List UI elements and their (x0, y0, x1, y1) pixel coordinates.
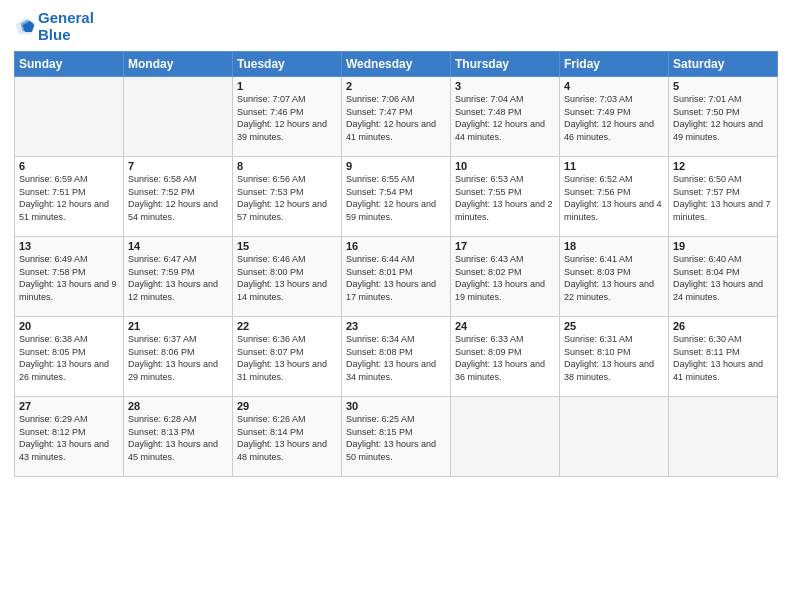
day-number: 30 (346, 400, 446, 412)
calendar-cell: 10Sunrise: 6:53 AM Sunset: 7:55 PM Dayli… (451, 157, 560, 237)
calendar-cell: 3Sunrise: 7:04 AM Sunset: 7:48 PM Daylig… (451, 77, 560, 157)
day-info: Sunrise: 6:49 AM Sunset: 7:58 PM Dayligh… (19, 253, 119, 303)
calendar-cell: 21Sunrise: 6:37 AM Sunset: 8:06 PM Dayli… (124, 317, 233, 397)
calendar-cell: 28Sunrise: 6:28 AM Sunset: 8:13 PM Dayli… (124, 397, 233, 477)
day-number: 18 (564, 240, 664, 252)
calendar-cell (669, 397, 778, 477)
calendar-cell (560, 397, 669, 477)
calendar-cell (15, 77, 124, 157)
day-info: Sunrise: 6:50 AM Sunset: 7:57 PM Dayligh… (673, 173, 773, 223)
calendar-week-row: 6Sunrise: 6:59 AM Sunset: 7:51 PM Daylig… (15, 157, 778, 237)
day-number: 24 (455, 320, 555, 332)
day-number: 6 (19, 160, 119, 172)
day-info: Sunrise: 6:58 AM Sunset: 7:52 PM Dayligh… (128, 173, 228, 223)
day-number: 5 (673, 80, 773, 92)
day-number: 8 (237, 160, 337, 172)
calendar-cell: 6Sunrise: 6:59 AM Sunset: 7:51 PM Daylig… (15, 157, 124, 237)
calendar-cell: 29Sunrise: 6:26 AM Sunset: 8:14 PM Dayli… (233, 397, 342, 477)
calendar-cell: 23Sunrise: 6:34 AM Sunset: 8:08 PM Dayli… (342, 317, 451, 397)
day-number: 7 (128, 160, 228, 172)
day-number: 21 (128, 320, 228, 332)
calendar-cell: 1Sunrise: 7:07 AM Sunset: 7:46 PM Daylig… (233, 77, 342, 157)
calendar-cell: 14Sunrise: 6:47 AM Sunset: 7:59 PM Dayli… (124, 237, 233, 317)
calendar-dow-wednesday: Wednesday (342, 52, 451, 77)
calendar-cell: 5Sunrise: 7:01 AM Sunset: 7:50 PM Daylig… (669, 77, 778, 157)
day-info: Sunrise: 7:07 AM Sunset: 7:46 PM Dayligh… (237, 93, 337, 143)
logo: General Blue (14, 10, 94, 43)
calendar-cell: 26Sunrise: 6:30 AM Sunset: 8:11 PM Dayli… (669, 317, 778, 397)
page: General Blue SundayMondayTuesdayWednesda… (0, 0, 792, 612)
day-info: Sunrise: 6:34 AM Sunset: 8:08 PM Dayligh… (346, 333, 446, 383)
day-info: Sunrise: 6:59 AM Sunset: 7:51 PM Dayligh… (19, 173, 119, 223)
day-info: Sunrise: 6:46 AM Sunset: 8:00 PM Dayligh… (237, 253, 337, 303)
calendar-cell: 12Sunrise: 6:50 AM Sunset: 7:57 PM Dayli… (669, 157, 778, 237)
calendar-cell: 15Sunrise: 6:46 AM Sunset: 8:00 PM Dayli… (233, 237, 342, 317)
day-info: Sunrise: 6:29 AM Sunset: 8:12 PM Dayligh… (19, 413, 119, 463)
day-info: Sunrise: 7:01 AM Sunset: 7:50 PM Dayligh… (673, 93, 773, 143)
calendar-cell (124, 77, 233, 157)
calendar-dow-thursday: Thursday (451, 52, 560, 77)
day-number: 14 (128, 240, 228, 252)
day-info: Sunrise: 6:25 AM Sunset: 8:15 PM Dayligh… (346, 413, 446, 463)
calendar-cell: 25Sunrise: 6:31 AM Sunset: 8:10 PM Dayli… (560, 317, 669, 397)
day-number: 12 (673, 160, 773, 172)
calendar-header-row: SundayMondayTuesdayWednesdayThursdayFrid… (15, 52, 778, 77)
day-info: Sunrise: 6:43 AM Sunset: 8:02 PM Dayligh… (455, 253, 555, 303)
calendar-week-row: 20Sunrise: 6:38 AM Sunset: 8:05 PM Dayli… (15, 317, 778, 397)
day-info: Sunrise: 6:52 AM Sunset: 7:56 PM Dayligh… (564, 173, 664, 223)
day-info: Sunrise: 6:41 AM Sunset: 8:03 PM Dayligh… (564, 253, 664, 303)
day-number: 9 (346, 160, 446, 172)
day-info: Sunrise: 6:28 AM Sunset: 8:13 PM Dayligh… (128, 413, 228, 463)
calendar-cell: 2Sunrise: 7:06 AM Sunset: 7:47 PM Daylig… (342, 77, 451, 157)
day-number: 27 (19, 400, 119, 412)
day-info: Sunrise: 7:06 AM Sunset: 7:47 PM Dayligh… (346, 93, 446, 143)
calendar-cell: 9Sunrise: 6:55 AM Sunset: 7:54 PM Daylig… (342, 157, 451, 237)
day-number: 16 (346, 240, 446, 252)
logo-text: General Blue (38, 10, 94, 43)
day-number: 22 (237, 320, 337, 332)
day-info: Sunrise: 6:44 AM Sunset: 8:01 PM Dayligh… (346, 253, 446, 303)
day-info: Sunrise: 6:37 AM Sunset: 8:06 PM Dayligh… (128, 333, 228, 383)
day-number: 2 (346, 80, 446, 92)
calendar-cell: 17Sunrise: 6:43 AM Sunset: 8:02 PM Dayli… (451, 237, 560, 317)
day-number: 1 (237, 80, 337, 92)
calendar-week-row: 13Sunrise: 6:49 AM Sunset: 7:58 PM Dayli… (15, 237, 778, 317)
calendar-dow-sunday: Sunday (15, 52, 124, 77)
calendar-dow-tuesday: Tuesday (233, 52, 342, 77)
day-number: 3 (455, 80, 555, 92)
day-number: 23 (346, 320, 446, 332)
calendar-cell: 16Sunrise: 6:44 AM Sunset: 8:01 PM Dayli… (342, 237, 451, 317)
calendar-dow-friday: Friday (560, 52, 669, 77)
calendar-table: SundayMondayTuesdayWednesdayThursdayFrid… (14, 51, 778, 477)
day-info: Sunrise: 7:04 AM Sunset: 7:48 PM Dayligh… (455, 93, 555, 143)
calendar-cell: 22Sunrise: 6:36 AM Sunset: 8:07 PM Dayli… (233, 317, 342, 397)
calendar-cell: 7Sunrise: 6:58 AM Sunset: 7:52 PM Daylig… (124, 157, 233, 237)
day-info: Sunrise: 6:33 AM Sunset: 8:09 PM Dayligh… (455, 333, 555, 383)
day-number: 28 (128, 400, 228, 412)
day-info: Sunrise: 7:03 AM Sunset: 7:49 PM Dayligh… (564, 93, 664, 143)
day-info: Sunrise: 6:26 AM Sunset: 8:14 PM Dayligh… (237, 413, 337, 463)
day-number: 26 (673, 320, 773, 332)
day-number: 10 (455, 160, 555, 172)
header: General Blue (14, 10, 778, 43)
day-info: Sunrise: 6:38 AM Sunset: 8:05 PM Dayligh… (19, 333, 119, 383)
calendar-cell: 18Sunrise: 6:41 AM Sunset: 8:03 PM Dayli… (560, 237, 669, 317)
day-number: 13 (19, 240, 119, 252)
calendar-cell: 13Sunrise: 6:49 AM Sunset: 7:58 PM Dayli… (15, 237, 124, 317)
day-number: 15 (237, 240, 337, 252)
day-info: Sunrise: 6:30 AM Sunset: 8:11 PM Dayligh… (673, 333, 773, 383)
day-info: Sunrise: 6:56 AM Sunset: 7:53 PM Dayligh… (237, 173, 337, 223)
calendar-dow-monday: Monday (124, 52, 233, 77)
calendar-cell: 4Sunrise: 7:03 AM Sunset: 7:49 PM Daylig… (560, 77, 669, 157)
day-number: 25 (564, 320, 664, 332)
day-info: Sunrise: 6:55 AM Sunset: 7:54 PM Dayligh… (346, 173, 446, 223)
day-info: Sunrise: 6:31 AM Sunset: 8:10 PM Dayligh… (564, 333, 664, 383)
day-number: 29 (237, 400, 337, 412)
day-number: 19 (673, 240, 773, 252)
logo-icon (14, 16, 36, 38)
calendar-cell: 20Sunrise: 6:38 AM Sunset: 8:05 PM Dayli… (15, 317, 124, 397)
calendar-cell: 8Sunrise: 6:56 AM Sunset: 7:53 PM Daylig… (233, 157, 342, 237)
calendar-week-row: 27Sunrise: 6:29 AM Sunset: 8:12 PM Dayli… (15, 397, 778, 477)
day-info: Sunrise: 6:53 AM Sunset: 7:55 PM Dayligh… (455, 173, 555, 223)
calendar-cell (451, 397, 560, 477)
